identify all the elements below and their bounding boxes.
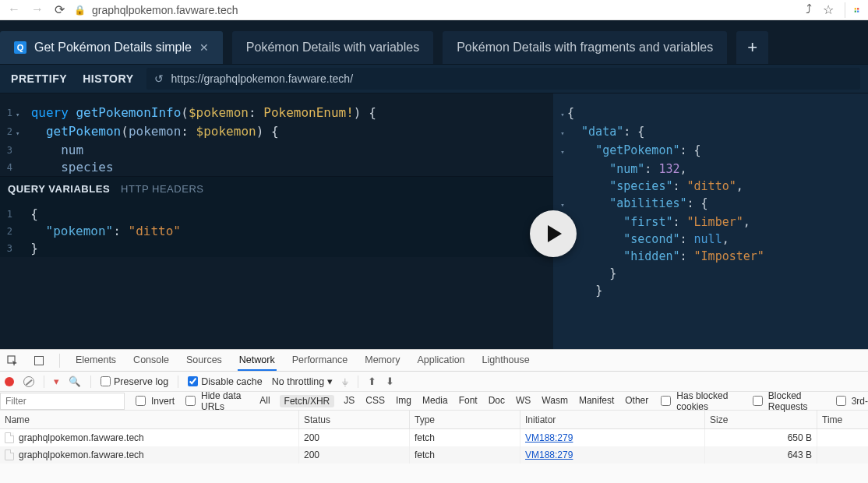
record-button[interactable] — [5, 377, 14, 386]
tab-http-headers[interactable]: HTTP HEADERS — [121, 183, 203, 195]
devtools-tab-sources[interactable]: Sources — [185, 350, 224, 371]
request-type: fetch — [410, 446, 520, 464]
network-conditions-icon[interactable]: ⏚ — [342, 376, 348, 387]
request-type: fetch — [410, 429, 520, 446]
network-request-row[interactable]: graphqlpokemon.favware.tech200fetchVM188… — [0, 429, 868, 446]
fold-icon[interactable]: ▾ — [558, 125, 567, 142]
devtools: ElementsConsoleSourcesNetworkPerformance… — [0, 349, 868, 483]
forward-icon: → — [31, 2, 44, 17]
filter-type-doc[interactable]: Doc — [487, 395, 506, 407]
devtools-tab-lighthouse[interactable]: Lighthouse — [481, 350, 531, 371]
result-pane: ▾{▾ "data": {▾ "getPokemon": { "num": 13… — [553, 93, 868, 349]
svg-rect-3 — [857, 10, 859, 12]
line-number: 3 — [0, 142, 16, 159]
extension-icon[interactable] — [845, 2, 860, 18]
line-number: 1 — [0, 206, 16, 223]
filter-type-js[interactable]: JS — [342, 395, 356, 407]
variables-panel: QUERY VARIABLES HTTP HEADERS 1 { 2 "poke… — [0, 176, 553, 257]
filter-type-all[interactable]: All — [258, 395, 271, 407]
browser-chrome: ← → ⟳ 🔒 graphqlpokemon.favware.tech ⤴ ☆ — [0, 0, 868, 20]
fold-icon[interactable]: ▾ — [558, 106, 567, 123]
endpoint-url[interactable]: ↺ https://graphqlpokemon.favware.tech/ — [146, 68, 860, 90]
filter-icon[interactable]: ▾ — [54, 375, 59, 387]
devtools-tab-network[interactable]: Network — [238, 350, 277, 371]
tab-label: Get Pokémon Details simple — [34, 41, 192, 55]
request-size: 650 B — [705, 429, 817, 446]
col-size[interactable]: Size — [705, 411, 817, 428]
filter-type-img[interactable]: Img — [394, 395, 413, 407]
tab-query-variables[interactable]: QUERY VARIABLES — [8, 183, 110, 195]
variables-editor[interactable]: 1 { 2 "pokemon": "ditto" 3 } — [0, 201, 553, 257]
col-name[interactable]: Name — [0, 411, 299, 428]
tab-query-2[interactable]: Pokémon Details with fragments and varia… — [443, 31, 727, 64]
throttling-select[interactable]: No throttling ▾ — [272, 375, 333, 387]
request-size: 643 B — [705, 446, 817, 464]
share-icon[interactable]: ⤴ — [806, 2, 812, 18]
inspect-icon[interactable] — [6, 354, 19, 367]
filter-type-wasm[interactable]: Wasm — [540, 395, 570, 407]
line-number: 1 — [0, 104, 16, 122]
fold-icon[interactable]: ▾ — [16, 106, 23, 123]
search-icon[interactable]: 🔍 — [69, 375, 81, 387]
endpoint-url-text: https://graphqlpokemon.favware.tech/ — [171, 72, 353, 85]
preserve-log-checkbox[interactable]: Preserve log — [101, 376, 168, 387]
clear-icon[interactable] — [23, 376, 34, 387]
third-party-checkbox[interactable]: 3rd- — [833, 393, 868, 408]
network-toolbar: ▾ 🔍 Preserve log Disable cache No thrott… — [0, 372, 868, 392]
execute-query-button[interactable] — [530, 210, 577, 257]
devtools-tabs: ElementsConsoleSourcesNetworkPerformance… — [0, 350, 868, 372]
tab-query-0[interactable]: Q Get Pokémon Details simple ✕ — [0, 31, 223, 64]
filter-type-css[interactable]: CSS — [364, 395, 386, 407]
devtools-tab-elements[interactable]: Elements — [74, 350, 118, 371]
filter-input[interactable] — [0, 393, 125, 410]
filter-type-font[interactable]: Font — [457, 395, 479, 407]
device-toggle-icon[interactable] — [33, 354, 45, 367]
line-number: 2 — [0, 223, 16, 240]
filter-type-fetchxhr[interactable]: Fetch/XHR — [280, 395, 335, 407]
close-icon[interactable]: ✕ — [199, 41, 209, 54]
request-time — [817, 446, 868, 464]
export-har-icon[interactable]: ⬇ — [386, 375, 394, 387]
reload-icon[interactable]: ⟳ — [55, 2, 65, 17]
network-rows: graphqlpokemon.favware.tech200fetchVM188… — [0, 429, 868, 464]
file-icon — [5, 450, 14, 460]
filter-type-manifest[interactable]: Manifest — [577, 395, 616, 407]
filter-type-media[interactable]: Media — [421, 395, 450, 407]
back-icon[interactable]: ← — [8, 2, 20, 17]
filter-type-ws[interactable]: WS — [514, 395, 532, 407]
reload-endpoint-icon[interactable]: ↺ — [154, 72, 164, 85]
network-request-row[interactable]: graphqlpokemon.favware.tech200fetchVM188… — [0, 446, 868, 464]
lock-icon: 🔒 — [74, 5, 86, 16]
fold-icon[interactable]: ▾ — [16, 125, 23, 142]
request-initiator[interactable]: VM188:279 — [525, 450, 573, 460]
request-name: graphqlpokemon.favware.tech — [19, 450, 144, 460]
disable-cache-checkbox[interactable]: Disable cache — [188, 376, 263, 387]
hide-data-urls-checkbox[interactable]: Hide data URLs — [182, 390, 250, 412]
col-type[interactable]: Type — [410, 411, 520, 428]
add-tab-button[interactable]: + — [736, 31, 768, 64]
invert-checkbox[interactable]: Invert — [132, 393, 175, 408]
bookmark-icon[interactable]: ☆ — [823, 2, 834, 18]
tab-label: Pokémon Details with variables — [246, 41, 419, 55]
address-bar[interactable]: graphqlpokemon.favware.tech — [92, 4, 238, 16]
col-initiator[interactable]: Initiator — [520, 411, 705, 428]
query-editor[interactable]: 1▾ query getPokemonInfo($pokemon: Pokemo… — [0, 93, 553, 349]
fold-icon[interactable]: ▾ — [558, 143, 567, 160]
devtools-tab-memory[interactable]: Memory — [363, 350, 401, 371]
filter-type-other[interactable]: Other — [623, 395, 650, 407]
devtools-tab-application[interactable]: Application — [415, 350, 466, 371]
blocked-cookies-checkbox[interactable]: Has blocked cookies — [658, 390, 742, 412]
prettify-button[interactable]: PRETTIFY — [8, 68, 70, 90]
col-status[interactable]: Status — [299, 411, 410, 428]
col-time[interactable]: Time — [817, 411, 868, 428]
history-button[interactable]: HISTORY — [79, 68, 136, 90]
query-tabs: Q Get Pokémon Details simple ✕ Pokémon D… — [0, 31, 868, 64]
import-har-icon[interactable]: ⬆ — [368, 375, 376, 387]
blocked-requests-checkbox[interactable]: Blocked Requests — [750, 390, 825, 412]
request-name: graphqlpokemon.favware.tech — [19, 432, 144, 443]
devtools-tab-performance[interactable]: Performance — [291, 350, 350, 371]
request-initiator[interactable]: VM188:279 — [525, 432, 573, 443]
tab-query-1[interactable]: Pokémon Details with variables — [232, 31, 433, 64]
file-icon — [5, 432, 14, 443]
devtools-tab-console[interactable]: Console — [132, 350, 171, 371]
